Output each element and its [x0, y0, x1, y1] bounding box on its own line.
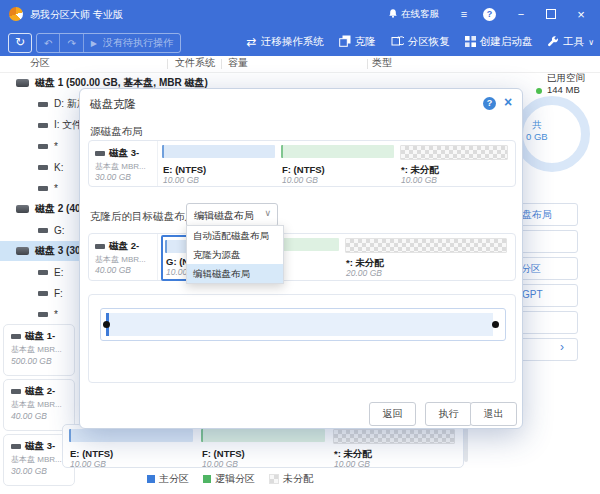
minimize-button[interactable]: − [510, 8, 532, 20]
map-partition-unallocated[interactable]: *: 未分配 10.00 GB [333, 429, 459, 444]
source-disk-info: 磁盘 3- 基本盘 MBR... 30.00 GB [89, 141, 158, 186]
close-button[interactable]: × [570, 7, 592, 22]
partition-bar-logical [281, 145, 394, 158]
menu-option-edit-layout[interactable]: 编辑磁盘布局 [187, 264, 283, 283]
title-bar: 易我分区大师 专业版 在线客服 ≡ ? − × [0, 0, 600, 28]
partition-bar-unallocated [400, 145, 508, 160]
column-header-filesystem: 文件系统 [175, 56, 215, 70]
partition-recovery-icon [391, 35, 404, 49]
partition-icon [38, 123, 48, 128]
app-logo-icon [9, 7, 23, 21]
exit-button[interactable]: 退出 [470, 402, 517, 426]
menu-option-auto-fit[interactable]: 自动适配磁盘布局 [187, 226, 283, 245]
map-partition-f[interactable]: F: (NTFS) 10.00 GB [201, 429, 329, 442]
undo-button[interactable]: ↶ [37, 38, 59, 49]
target-disk-box: 磁盘 2- 基本盘 MBR... 40.00 GB G: (NTFS) 10.0… [88, 233, 516, 281]
legend-unallocated: 未分配 [269, 472, 313, 486]
target-disk-info: 磁盘 2- 基本盘 MBR... 40.00 GB [89, 234, 158, 280]
refresh-button[interactable]: ↻ [8, 33, 32, 53]
online-support-label: 在线客服 [401, 8, 439, 21]
disk-icon [95, 151, 105, 156]
migrate-os-icon: ⇄ [247, 35, 257, 49]
menu-icon[interactable]: ≡ [453, 8, 475, 20]
disk-icon [16, 205, 29, 213]
partition-icon [38, 228, 48, 233]
column-header-capacity: 容量 [228, 56, 248, 70]
bell-icon [388, 8, 398, 21]
slider-left-dot[interactable] [103, 321, 110, 328]
clone-button[interactable]: 克隆 [339, 35, 376, 49]
dialog-title: 磁盘克隆 [90, 97, 136, 112]
partition-icon [38, 270, 48, 275]
partition-legend: 主分区 逻辑分区 未分配 [60, 472, 400, 486]
execute-button[interactable]: 执行 [425, 402, 472, 426]
toolbar: ↻ ↶ ↷ ▶ 没有待执行操作 ⇄ 迁移操作系统 克隆 [0, 28, 600, 56]
app-window: 易我分区大师 专业版 在线客服 ≡ ? − × ↻ ↶ ↷ ▶ [0, 0, 600, 494]
play-icon: ▶ [91, 39, 97, 48]
create-bootable-disk-button[interactable]: 创建启动盘 [465, 35, 533, 49]
target-partition-unallocated[interactable]: *: 未分配 20.00 GB [345, 238, 510, 253]
target-layout-label: 克隆后的目标磁盘布局 [90, 210, 195, 224]
disk-card-1[interactable]: 磁盘 1- 基本盘 MBR... 500.00 GB [3, 324, 75, 376]
partition-bar-unallocated [333, 429, 455, 444]
legend-primary: 主分区 [147, 472, 189, 486]
legend-logical: 逻辑分区 [203, 472, 255, 486]
dialog-help-icon[interactable]: ? [483, 97, 496, 110]
column-header-partition: 分区 [30, 56, 50, 70]
help-icon[interactable]: ? [483, 8, 496, 21]
partition-resize-box: 分区大小: 10 GB ▴ ▾ [88, 294, 516, 383]
donut-center-value: 0 GB [526, 131, 548, 142]
pending-operations-label: 没有待执行操作 [103, 36, 173, 50]
maximize-button[interactable] [540, 9, 562, 19]
used-space-dot [536, 88, 542, 94]
layout-select-menu: 自动适配磁盘布局 克隆为源盘 编辑磁盘布局 [186, 225, 284, 284]
source-partition-e[interactable]: E: (NTFS) 10.00 GB [162, 145, 279, 158]
refresh-icon: ↻ [15, 35, 25, 49]
menu-option-clone-as-source[interactable]: 克隆为源盘 [187, 245, 283, 264]
chevron-down-icon: ∨ [264, 208, 271, 218]
redo-button[interactable]: ↷ [60, 38, 82, 49]
partition-bar-primary [69, 429, 193, 442]
partition-recovery-button[interactable]: 分区恢复 [391, 35, 450, 49]
disk3-partition-map: E: (NTFS) 10.00 GB F: (NTFS) 10.00 GB *:… [62, 424, 464, 468]
slider-right-dot[interactable] [492, 321, 499, 328]
back-button[interactable]: 返回 [369, 402, 416, 426]
partition-icon [38, 291, 48, 296]
source-partition-f[interactable]: F: (NTFS) 10.00 GB [281, 145, 398, 158]
chevron-down-icon: ∨ [588, 38, 594, 47]
toolbar-actions: ⇄ 迁移操作系统 克隆 分区恢复 创建启动盘 [247, 28, 594, 56]
layout-select-value: 编辑磁盘布局 [194, 209, 254, 223]
source-partition-unallocated[interactable]: *: 未分配 10.00 GB [400, 145, 510, 160]
redo-icon: ↷ [67, 38, 75, 49]
pending-operations-group: ↶ ↷ ▶ 没有待执行操作 [36, 33, 181, 53]
partition-icon [38, 102, 48, 107]
online-support-button[interactable]: 在线客服 [388, 8, 439, 21]
disk-icon [16, 247, 29, 255]
used-space-value: 144 MB [547, 84, 580, 95]
partition-icon [38, 186, 48, 191]
maximize-icon [546, 9, 556, 19]
disk-clone-dialog: 磁盘克隆 ? × 源磁盘布局 磁盘 3- 基本盘 MBR... 30.00 GB… [79, 88, 523, 429]
partition-bar-primary [162, 145, 275, 158]
bootable-disk-icon [465, 36, 476, 49]
migrate-os-button[interactable]: ⇄ 迁移操作系统 [247, 35, 324, 49]
column-header-type: 类型 [372, 56, 392, 70]
tools-button[interactable]: 工具 ∨ [547, 35, 594, 49]
layout-select[interactable]: 编辑磁盘布局 ∨ [186, 203, 278, 227]
slider-fill [106, 313, 493, 336]
partition-icon [38, 144, 48, 149]
disk-icon [11, 389, 21, 394]
source-layout-label: 源磁盘布局 [90, 125, 143, 139]
map-partition-e[interactable]: E: (NTFS) 10.00 GB [69, 429, 197, 442]
dialog-close-icon[interactable]: × [504, 94, 512, 110]
disk-icon [11, 444, 21, 449]
partition-bar-logical [201, 429, 325, 442]
partition-icon [38, 312, 48, 317]
disk-card-2[interactable]: 磁盘 2- 基本盘 MBR... 40.00 GB [3, 379, 75, 431]
wrench-icon [547, 35, 559, 49]
more-chevron-icon: › [560, 340, 564, 354]
execute-pending-button[interactable]: ▶ 没有待执行操作 [84, 36, 180, 50]
clone-icon [339, 35, 351, 49]
partition-icon [38, 165, 48, 170]
partition-size-slider[interactable] [100, 308, 506, 341]
